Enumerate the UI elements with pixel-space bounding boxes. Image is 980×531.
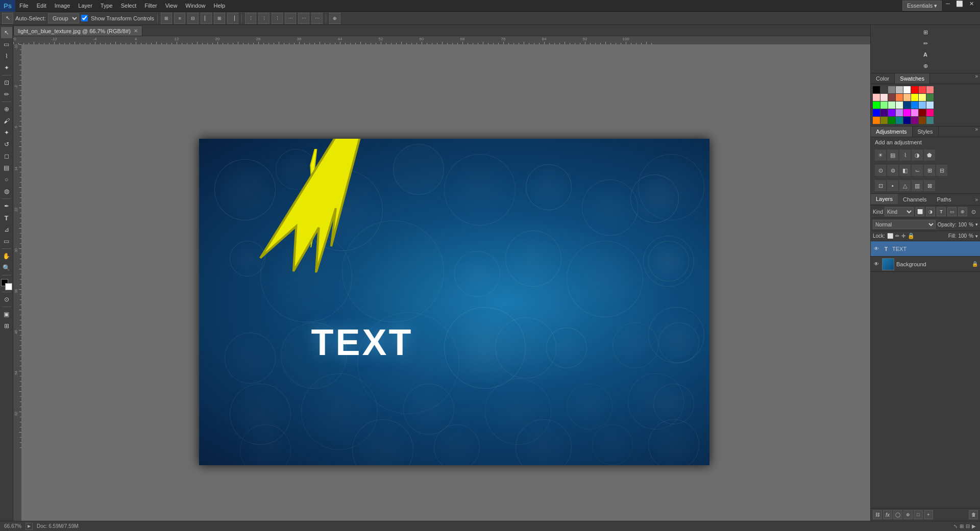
menu-window[interactable]: Window xyxy=(181,0,209,11)
adj-posterize[interactable]: ▪ xyxy=(887,180,898,191)
swatch-color-36[interactable] xyxy=(903,117,911,124)
adj-selectivecolor[interactable]: ⊠ xyxy=(924,180,935,191)
show-transform-checkbox[interactable] xyxy=(81,15,88,21)
layer-filter-pixel[interactable]: ⬜ xyxy=(915,207,924,216)
filter-type-select[interactable]: Kind Name Effect xyxy=(885,207,914,216)
swatch-color-6[interactable] xyxy=(919,86,926,93)
swatch-color-21[interactable] xyxy=(911,102,918,109)
panel-icon-3[interactable]: A xyxy=(920,49,930,60)
swatch-color-9[interactable] xyxy=(880,94,888,101)
pen-tool[interactable]: ✒ xyxy=(1,200,12,212)
close-btn[interactable]: ✕ xyxy=(967,1,976,11)
align-left-icon[interactable]: ▏ xyxy=(201,13,212,24)
swatch-color-28[interactable] xyxy=(903,109,911,116)
swatch-color-22[interactable] xyxy=(919,102,926,109)
align-top-icon[interactable]: ⊞ xyxy=(161,13,172,24)
menu-select[interactable]: Select xyxy=(117,0,141,11)
extra-btn[interactable]: ⊞ xyxy=(1,320,12,332)
adj-bw[interactable]: ◧ xyxy=(899,165,911,176)
adj-brightness[interactable]: ☀ xyxy=(875,149,886,161)
adj-colorbalance[interactable]: ⊜ xyxy=(887,165,898,176)
swatch-color-11[interactable] xyxy=(896,94,903,101)
swatch-color-24[interactable] xyxy=(873,109,880,116)
swatch-color-0[interactable] xyxy=(873,86,880,93)
channels-tab[interactable]: Channels xyxy=(898,194,932,205)
color-picker[interactable] xyxy=(1,279,12,290)
history-tool[interactable]: ↺ xyxy=(1,139,12,150)
layer-item-text[interactable]: 👁 T TEXT xyxy=(871,241,980,257)
swatch-color-7[interactable] xyxy=(926,86,934,93)
lock-all-icon[interactable]: 🔒 xyxy=(908,233,915,239)
blur-tool[interactable]: ○ xyxy=(1,174,12,185)
blend-mode-select[interactable]: Normal Multiply Screen Overlay xyxy=(873,220,936,229)
swatch-color-15[interactable] xyxy=(926,94,934,101)
adj-vibrance[interactable]: ⬟ xyxy=(924,149,935,161)
swatch-color-1[interactable] xyxy=(880,86,888,93)
screen-mode-btn[interactable]: ▣ xyxy=(1,309,12,320)
layers-panel-collapse[interactable]: » xyxy=(973,197,980,203)
path-tool[interactable]: ⊿ xyxy=(1,224,12,235)
menu-file[interactable]: File xyxy=(15,0,33,11)
minimize-btn[interactable]: ─ xyxy=(944,1,952,11)
layer-adj-btn[interactable]: ⊕ xyxy=(903,510,913,519)
menu-layer[interactable]: Layer xyxy=(74,0,96,11)
swatch-color-2[interactable] xyxy=(888,86,895,93)
clone-tool[interactable]: ✦ xyxy=(1,127,12,138)
adj-photofilter[interactable]: ⌙ xyxy=(912,165,923,176)
fill-arrow[interactable]: ▾ xyxy=(975,234,978,239)
lock-position-icon[interactable]: ✛ xyxy=(901,233,905,239)
healing-tool[interactable]: ⊕ xyxy=(1,104,12,115)
layer-link-btn[interactable]: ⛓ xyxy=(873,510,882,519)
panel-icon-4[interactable]: ⊕ xyxy=(920,61,930,71)
distribute-left-icon[interactable]: ⋯ xyxy=(285,13,296,24)
swatch-color-18[interactable] xyxy=(888,102,895,109)
move-tool-icon[interactable]: ↖ xyxy=(2,13,13,24)
swatch-color-19[interactable] xyxy=(896,102,903,109)
wand-tool[interactable]: ✦ xyxy=(1,62,12,73)
layer-filter-type[interactable]: T xyxy=(937,207,946,216)
layer-item-background[interactable]: 👁 Background 🔒 xyxy=(871,257,980,272)
brush-tool[interactable]: 🖌 xyxy=(1,115,12,127)
swatch-color-31[interactable] xyxy=(926,109,934,116)
layer-filter-shape[interactable]: ▭ xyxy=(947,207,957,216)
adj-panel-collapse[interactable]: » xyxy=(973,127,980,137)
menu-type[interactable]: Type xyxy=(96,0,117,11)
paths-tab[interactable]: Paths xyxy=(932,194,957,205)
swatch-color-34[interactable] xyxy=(888,117,895,124)
layer-eye-bg[interactable]: 👁 xyxy=(873,261,880,268)
text-tool[interactable]: T xyxy=(1,212,12,223)
adj-levels[interactable]: ▤ xyxy=(887,149,898,161)
eraser-tool[interactable]: ◻ xyxy=(1,150,12,162)
swatch-color-27[interactable] xyxy=(896,109,903,116)
lock-paint-icon[interactable]: ✏ xyxy=(895,233,899,239)
adj-exposure[interactable]: ◑ xyxy=(912,149,923,161)
swatch-color-4[interactable] xyxy=(903,86,911,93)
swatches-tab[interactable]: Swatches xyxy=(895,73,930,84)
swatch-color-33[interactable] xyxy=(880,117,888,124)
adj-colorlookup[interactable]: ⊟ xyxy=(936,165,947,176)
swatch-color-16[interactable] xyxy=(873,102,880,109)
swatch-color-38[interactable] xyxy=(919,117,926,124)
zoom-tool[interactable]: 🔍 xyxy=(1,262,12,273)
dodge-tool[interactable]: ◍ xyxy=(1,186,12,197)
swatch-color-5[interactable] xyxy=(911,86,918,93)
swatch-color-29[interactable] xyxy=(911,109,918,116)
swatch-color-12[interactable] xyxy=(903,94,911,101)
color-tab[interactable]: Color xyxy=(871,73,895,84)
adj-hsl[interactable]: ⊙ xyxy=(875,165,886,176)
align-bottom-icon[interactable]: ⊟ xyxy=(187,13,199,24)
lasso-tool[interactable]: ⌇ xyxy=(1,50,12,62)
adj-gradientmap[interactable]: ▥ xyxy=(912,180,923,191)
layers-tab[interactable]: Layers xyxy=(871,194,898,205)
opacity-arrow[interactable]: ▾ xyxy=(975,222,978,227)
distribute-hcenter-icon[interactable]: ⋯ xyxy=(298,13,309,24)
align-hcenter-icon[interactable]: ⊞ xyxy=(214,13,225,24)
menu-edit[interactable]: Edit xyxy=(33,0,51,11)
panel-icon-1[interactable]: ⊞ xyxy=(920,27,930,37)
align-vcenter-icon[interactable]: ≡ xyxy=(174,13,185,24)
swatch-color-25[interactable] xyxy=(880,109,888,116)
eyedropper-tool[interactable]: ✏ xyxy=(1,89,12,100)
document-tab[interactable]: light_on_blue_texture.jpg @ 66.7% (RGB/8… xyxy=(13,26,142,36)
lock-pixel-icon[interactable]: ⬜ xyxy=(887,233,893,239)
distribute-top-icon[interactable]: ⋮ xyxy=(245,13,256,24)
